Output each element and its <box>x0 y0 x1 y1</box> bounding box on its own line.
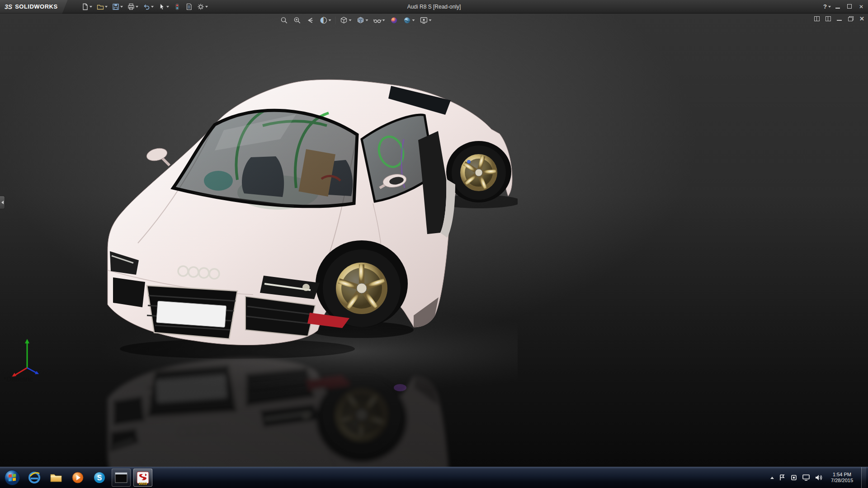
document-minimize-button[interactable] <box>837 16 842 21</box>
minimize-button[interactable] <box>835 4 841 9</box>
taskbar-clock[interactable]: 1:54 PM 7/28/2015 <box>827 472 857 483</box>
taskbar-item-windows-explorer[interactable] <box>47 469 66 487</box>
audi-r8-model[interactable] <box>102 71 518 467</box>
viewport-layout-icon[interactable] <box>826 16 831 21</box>
action-center-flag-icon[interactable] <box>778 474 786 481</box>
front-wheel <box>316 240 408 327</box>
coordinate-triad <box>9 335 45 379</box>
windows-orb-icon <box>4 469 20 486</box>
select-cursor-icon <box>158 3 165 10</box>
titlebar: 3S SOLIDWORKS <box>0 0 868 14</box>
save-button[interactable] <box>110 2 125 12</box>
chevron-down-icon[interactable] <box>151 6 154 8</box>
options-button[interactable] <box>195 2 210 12</box>
chevron-down-icon[interactable] <box>349 19 352 21</box>
featuremanager-flyout-handle[interactable] <box>0 196 5 209</box>
view-orientation-label: *Dimetric <box>4 375 33 383</box>
view-orientation-cube-icon <box>340 16 348 24</box>
chevron-down-icon[interactable] <box>828 6 831 8</box>
chevron-down-icon[interactable] <box>205 6 208 8</box>
zoom-to-fit-button[interactable] <box>278 15 290 26</box>
svg-text:S: S <box>97 474 102 482</box>
chevron-down-icon[interactable] <box>105 6 108 8</box>
left-mirror <box>146 146 170 165</box>
file-properties-button[interactable] <box>184 2 194 12</box>
apply-scene-icon <box>403 16 411 24</box>
taskbar-item-messenger[interactable]: S <box>90 469 109 487</box>
zoom-to-area-button[interactable] <box>292 15 303 26</box>
rebuild-button[interactable] <box>172 2 183 12</box>
document-close-button[interactable]: ✕ <box>859 15 864 22</box>
device-icon[interactable] <box>790 474 797 481</box>
show-desktop-button[interactable] <box>861 467 866 488</box>
media-player-icon <box>71 471 85 484</box>
maximize-button[interactable] <box>847 4 853 9</box>
section-view-button[interactable] <box>318 15 333 26</box>
split-pane-icon[interactable] <box>814 16 820 21</box>
chevron-down-icon[interactable] <box>90 6 92 8</box>
undo-icon <box>143 3 150 10</box>
license-plate <box>156 301 226 327</box>
select-button[interactable] <box>156 2 171 12</box>
graphics-area[interactable]: ✕ <box>0 14 868 467</box>
internet-explorer-icon <box>28 471 41 484</box>
help-icon: ? <box>823 3 827 10</box>
reflection-highlight <box>394 384 406 391</box>
save-icon <box>112 3 119 10</box>
new-document-icon <box>81 3 89 10</box>
system-tray: 1:54 PM 7/28/2015 <box>770 467 868 488</box>
previous-view-icon <box>307 16 315 24</box>
taskbar-item-media-player[interactable] <box>68 469 87 487</box>
hide-show-items-button[interactable] <box>372 15 387 26</box>
document-window-controls: ✕ <box>814 15 864 22</box>
edit-appearance-button[interactable] <box>388 15 400 26</box>
options-gear-icon <box>197 3 204 10</box>
display-style-button[interactable] <box>355 15 370 26</box>
display-icon[interactable] <box>802 474 810 481</box>
view-settings-button[interactable] <box>418 15 434 26</box>
chevron-down-icon[interactable] <box>429 19 432 21</box>
close-button[interactable]: ✕ <box>859 4 863 10</box>
open-folder-icon <box>97 3 104 10</box>
start-button[interactable] <box>3 468 22 487</box>
car-body-group <box>108 80 512 345</box>
help-button[interactable]: ? <box>823 3 831 10</box>
view-settings-icon <box>420 16 428 24</box>
chevron-down-icon[interactable] <box>166 6 169 8</box>
display-style-icon <box>357 16 365 24</box>
left-air-intake <box>113 277 145 307</box>
taskbar-item-console-window[interactable] <box>112 469 131 487</box>
chevron-down-icon[interactable] <box>329 19 331 21</box>
chevron-down-icon[interactable] <box>412 19 415 21</box>
zoom-to-fit-icon <box>280 16 288 24</box>
print-button[interactable] <box>126 2 140 12</box>
view-orientation-button[interactable] <box>338 15 354 26</box>
chevron-down-icon[interactable] <box>382 19 385 21</box>
clock-time: 1:54 PM <box>831 472 853 478</box>
show-hidden-icons-button[interactable] <box>770 477 774 479</box>
new-document-button[interactable] <box>80 2 94 12</box>
titlebar-right-controls: ? ✕ <box>823 3 868 10</box>
zoom-to-area-icon <box>293 16 302 24</box>
chevron-left-icon <box>1 201 4 204</box>
chevron-down-icon[interactable] <box>120 6 123 8</box>
window-title: Audi R8 S [Read-only] <box>407 4 461 10</box>
apply-scene-button[interactable] <box>401 15 417 26</box>
taskbar: S 2015 1:54 <box>0 467 868 488</box>
chevron-down-icon[interactable] <box>136 6 138 8</box>
clock-date: 7/28/2015 <box>831 478 853 483</box>
open-document-button[interactable] <box>95 2 109 12</box>
toolbar-separator <box>335 17 336 24</box>
section-view-icon <box>320 16 328 24</box>
heads-up-view-toolbar <box>278 15 434 26</box>
taskbar-item-internet-explorer[interactable] <box>25 469 44 487</box>
volume-icon[interactable] <box>815 474 823 481</box>
undo-button[interactable] <box>141 2 156 12</box>
taskbar-item-solidworks[interactable]: 2015 <box>133 469 152 487</box>
chevron-down-icon[interactable] <box>366 19 368 21</box>
rear-wheel <box>446 141 511 202</box>
edit-appearance-sphere-icon <box>390 16 398 24</box>
previous-view-button[interactable] <box>305 15 316 26</box>
solidworks-version-badge: 2015 <box>134 482 152 486</box>
document-restore-button[interactable] <box>848 16 854 21</box>
